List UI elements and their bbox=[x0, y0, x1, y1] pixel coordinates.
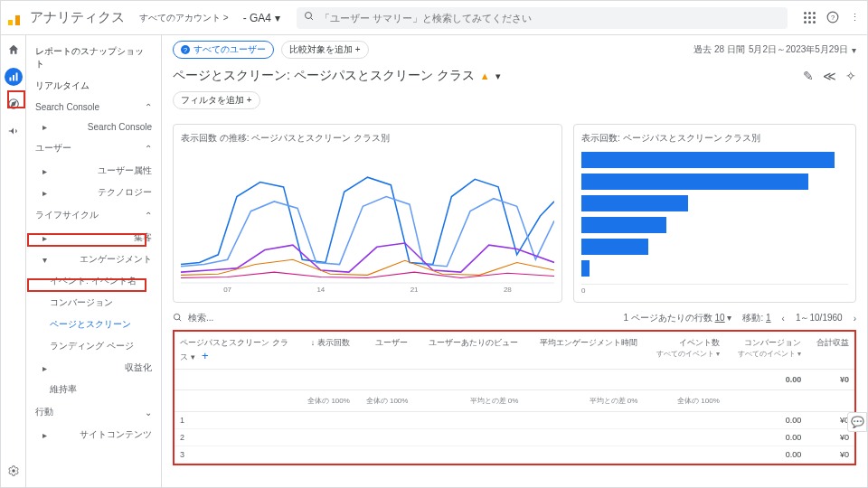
sort-desc-icon[interactable]: ↓ bbox=[311, 338, 316, 347]
rail-explore-icon[interactable] bbox=[5, 95, 23, 113]
sidebar-item-landing[interactable]: ランディング ページ bbox=[26, 335, 161, 357]
sidebar-item-acquisition[interactable]: ▸ 集客 bbox=[26, 227, 161, 249]
nav-rail bbox=[1, 35, 26, 487]
table-row[interactable]: 20.00¥0 bbox=[175, 429, 854, 446]
insights-icon[interactable]: ✧ bbox=[845, 69, 856, 83]
bar-chart-card: 表示回数: ページパスとスクリーン クラス別 0 bbox=[573, 124, 856, 303]
chip-add-filter[interactable]: フィルタを追加 + bbox=[173, 91, 260, 109]
warning-icon[interactable]: ▲ bbox=[480, 70, 490, 81]
sidebar-section-behavior[interactable]: 行動⌄ bbox=[26, 400, 161, 424]
table-header-row: ページパスとスクリーン クラス ▾ + ↓ 表示回数 ユーザー ユーザーあたりの… bbox=[175, 332, 854, 370]
sidebar-item-search-console[interactable]: ▸ Search Console bbox=[26, 117, 161, 136]
chevron-down-icon: ⌄ bbox=[145, 408, 152, 418]
date-range-picker[interactable]: 過去 28 日間 5月2日～2023年5月29日 ▾ bbox=[693, 43, 856, 56]
rail-home-icon[interactable] bbox=[5, 41, 23, 59]
filter-row: フィルタを追加 + bbox=[162, 88, 867, 117]
sidebar-item-user-attr[interactable]: ▸ ユーザー属性 bbox=[26, 160, 161, 182]
sidebar-item-conversions[interactable]: コンバージョン bbox=[26, 292, 161, 314]
line-chart bbox=[181, 148, 554, 284]
apps-icon[interactable] bbox=[804, 12, 816, 23]
svg-line-1 bbox=[310, 18, 313, 21]
svg-point-11 bbox=[174, 314, 179, 319]
more-icon[interactable]: ⋮ bbox=[850, 12, 860, 23]
share-icon[interactable]: ≪ bbox=[823, 69, 836, 83]
account-label: - GA4 bbox=[243, 12, 271, 24]
sidebar-item-retention[interactable]: 維持率 bbox=[26, 379, 161, 400]
rail-advertise-icon[interactable] bbox=[5, 122, 23, 140]
svg-rect-6 bbox=[15, 73, 17, 81]
chevron-up-icon: ⌃ bbox=[145, 102, 152, 112]
svg-rect-4 bbox=[9, 78, 11, 81]
sidebar-item-engagement[interactable]: ▾ エンゲージメント bbox=[26, 249, 161, 270]
search-bar[interactable] bbox=[297, 7, 788, 29]
table-toolbar: 検索... 1 ページあたりの行数 10 ▾ 移動: 1 ‹ 1～10/1960… bbox=[162, 306, 867, 330]
caret-down-icon: ▾ bbox=[275, 12, 280, 24]
topbar: アナリティクス すべてのアカウント > - GA4 ▾ ? ⋮ bbox=[1, 1, 867, 35]
sidebar-item-pages[interactable]: ページとスクリーン bbox=[26, 314, 161, 335]
goto-page-input[interactable]: 1 bbox=[766, 313, 771, 323]
prev-page-icon[interactable]: ‹ bbox=[782, 314, 785, 324]
page-title: ページとスクリーン: ページパスとスクリーン クラス bbox=[173, 68, 475, 84]
svg-rect-5 bbox=[13, 75, 14, 81]
product-name: アナリティクス bbox=[30, 9, 125, 26]
data-table: ページパスとスクリーン クラス ▾ + ↓ 表示回数 ユーザー ユーザーあたりの… bbox=[175, 332, 854, 464]
feedback-button[interactable]: 💬 bbox=[847, 412, 867, 432]
bar-chart bbox=[581, 148, 848, 284]
help-icon[interactable]: ? bbox=[826, 11, 839, 25]
line-chart-card: 表示回数 の推移: ページパスとスクリーン クラス別 07 14 21 bbox=[173, 124, 562, 303]
sidebar: レポートのスナップショット リアルタイム Search Console⌃ ▸ S… bbox=[26, 35, 162, 487]
caret-down-icon: ▾ bbox=[852, 45, 856, 55]
table-search-label[interactable]: 検索... bbox=[188, 312, 213, 324]
svg-line-12 bbox=[179, 318, 181, 320]
table-summary-row: 0.00 ¥0 bbox=[175, 370, 854, 390]
svg-point-9 bbox=[12, 469, 15, 473]
add-dimension-icon[interactable]: + bbox=[202, 349, 209, 362]
chip-all-users[interactable]: ?すべてのユーザー bbox=[173, 41, 274, 59]
sidebar-realtime[interactable]: リアルタイム bbox=[26, 75, 161, 97]
chevron-up-icon: ⌃ bbox=[145, 211, 152, 221]
bar-chart-title: 表示回数: ページパスとスクリーン クラス別 bbox=[581, 132, 848, 145]
sidebar-item-site-contents[interactable]: ▸ サイトコンテンツ bbox=[26, 424, 161, 446]
rows-per-page-select[interactable]: 10 bbox=[715, 313, 725, 323]
sidebar-snapshot[interactable]: レポートのスナップショット bbox=[26, 41, 161, 75]
customize-icon[interactable]: ✎ bbox=[803, 69, 814, 83]
title-row: ページとスクリーン: ページパスとスクリーン クラス ▲ ▾ ✎ ≪ ✧ bbox=[162, 64, 867, 88]
rail-admin-icon[interactable] bbox=[5, 462, 23, 480]
sidebar-section-search-console[interactable]: Search Console⌃ bbox=[26, 97, 161, 117]
chip-add-compare[interactable]: 比較対象を追加 + bbox=[281, 41, 369, 59]
line-chart-title: 表示回数 の推移: ページパスとスクリーン クラス別 bbox=[181, 132, 554, 145]
next-page-icon[interactable]: › bbox=[854, 314, 856, 324]
page-range: 1～10/1960 bbox=[796, 312, 843, 324]
svg-text:?: ? bbox=[831, 13, 835, 21]
search-icon[interactable] bbox=[173, 313, 183, 324]
logo bbox=[8, 11, 23, 25]
rail-reports-icon[interactable] bbox=[5, 68, 23, 86]
search-input[interactable] bbox=[320, 13, 780, 23]
sidebar-item-monetization[interactable]: ▸ 収益化 bbox=[26, 357, 161, 379]
info-icon: ? bbox=[181, 45, 190, 54]
breadcrumb[interactable]: すべてのアカウント > bbox=[139, 12, 229, 24]
sidebar-section-lifecycle[interactable]: ライフサイクル⌃ bbox=[26, 203, 161, 227]
x-axis-labels: 07 14 21 28 bbox=[181, 286, 554, 294]
main: ?すべてのユーザー 比較対象を追加 + 過去 28 日間 5月2日～2023年5… bbox=[162, 35, 867, 487]
table-row[interactable]: 10.00¥0 bbox=[175, 412, 854, 429]
caret-down-icon[interactable]: ▾ bbox=[495, 70, 501, 82]
analytics-logo-icon bbox=[8, 11, 23, 25]
chevron-up-icon: ⌃ bbox=[145, 144, 152, 154]
sidebar-section-user[interactable]: ユーザー⌃ bbox=[26, 136, 161, 160]
svg-marker-8 bbox=[11, 102, 15, 107]
sidebar-item-events[interactable]: イベント: イベント名 bbox=[26, 270, 161, 292]
svg-point-0 bbox=[305, 13, 311, 19]
topbar-right: ? ⋮ bbox=[804, 11, 860, 25]
caret-down-icon[interactable]: ▾ bbox=[191, 352, 195, 361]
toolbar: ?すべてのユーザー 比較対象を追加 + 過去 28 日間 5月2日～2023年5… bbox=[162, 35, 867, 64]
account-selector[interactable]: - GA4 ▾ bbox=[243, 12, 280, 24]
table-row[interactable]: 30.00¥0 bbox=[175, 446, 854, 464]
sidebar-item-technology[interactable]: ▸ テクノロジー bbox=[26, 182, 161, 203]
data-table-wrap: ページパスとスクリーン クラス ▾ + ↓ 表示回数 ユーザー ユーザーあたりの… bbox=[173, 330, 856, 465]
table-pct-row: 全体の 100% 全体の 100% 平均との差 0% 平均との差 0% 全体の … bbox=[175, 390, 854, 412]
search-icon bbox=[304, 11, 315, 24]
